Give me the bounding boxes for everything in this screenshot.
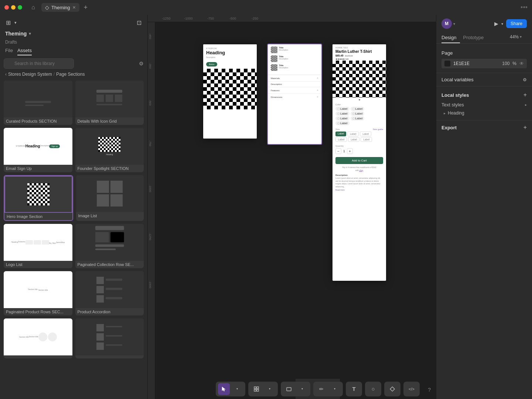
tab-design[interactable]: Design: [441, 33, 460, 43]
asset-card-logo[interactable]: Heading Features Nq. Men SenioWise Logo …: [4, 224, 72, 268]
canvas-area[interactable]: -1250 -1000 -750 -500 -250 -450 -350 -50…: [148, 15, 436, 399]
breadcrumb-item-stores[interactable]: Stores Design System: [8, 72, 52, 77]
color-item[interactable]: Label: [335, 107, 349, 111]
size-item[interactable]: Label: [348, 137, 359, 142]
item-desc-3: Description: [279, 66, 318, 69]
new-tab-button[interactable]: +: [84, 4, 88, 11]
help-button[interactable]: ?: [428, 386, 431, 393]
frame-arrow-icon[interactable]: ▾: [264, 383, 276, 395]
filter-icon[interactable]: ⚙: [139, 61, 144, 66]
active-tab[interactable]: ◇ Theming ✕: [41, 3, 79, 12]
size-item-selected[interactable]: Label: [335, 132, 346, 136]
svg-rect-8: [96, 104, 122, 105]
size-item[interactable]: Label: [360, 132, 371, 136]
heading-arrow-icon: ▸: [444, 111, 446, 115]
read-more-link[interactable]: Read more: [335, 189, 383, 191]
qty-decrease-button[interactable]: −: [335, 148, 341, 154]
add-export-button[interactable]: +: [524, 124, 527, 131]
ellipse-tool-button[interactable]: ○: [367, 383, 379, 395]
ruler-vertical: -450 -350 -500 -750 -1000 -1250 -1500: [148, 22, 155, 399]
text-styles-expand-icon[interactable]: ▸: [525, 103, 527, 107]
more-options-icon[interactable]: •••: [521, 4, 528, 11]
qty-increase-button[interactable]: +: [347, 148, 353, 154]
color-item[interactable]: Label: [335, 116, 349, 120]
visibility-toggle-icon[interactable]: 👁: [519, 61, 524, 66]
preview-play-button[interactable]: ▶: [494, 21, 498, 27]
asset-card-extra1[interactable]: Section title Section title: [4, 318, 72, 358]
text-tool-button[interactable]: T: [348, 383, 360, 395]
layers-icon[interactable]: ⊞: [5, 18, 11, 27]
minimize-button[interactable]: [11, 5, 16, 10]
asset-card-curated[interactable]: Curated Products SECTION: [4, 81, 72, 125]
svg-rect-5: [96, 95, 104, 102]
tool-group-components: [384, 382, 400, 396]
close-button[interactable]: [4, 5, 9, 10]
traffic-lights: [4, 5, 22, 10]
share-button[interactable]: Share: [506, 19, 527, 28]
heading-style-item[interactable]: ▸ Heading: [436, 109, 532, 117]
color-item[interactable]: Label: [351, 112, 365, 116]
rectangle-tool-button[interactable]: [283, 383, 295, 395]
svg-rect-3: [25, 105, 44, 106]
pen-tool-button[interactable]: ✏: [316, 383, 327, 395]
breadcrumb-item-sections[interactable]: Page Sections: [56, 72, 85, 77]
asset-card-extra2[interactable]: [75, 318, 144, 358]
color-dot: [337, 122, 340, 125]
tab-prototype[interactable]: Prototype: [463, 33, 487, 43]
local-variables-icon[interactable]: ⚙: [523, 77, 527, 82]
svg-rect-28: [106, 335, 122, 337]
avatar-dropdown-icon[interactable]: ▾: [453, 22, 455, 26]
svg-rect-22: [106, 288, 122, 290]
project-title-arrow[interactable]: ▾: [29, 31, 31, 36]
asset-card-founder[interactable]: Heading Founder Spotlight SECTION: [75, 128, 144, 172]
asset-card-image-list[interactable]: Image List: [76, 175, 144, 221]
toggle-panel-icon[interactable]: ⊡: [136, 18, 142, 27]
user-avatar[interactable]: M: [441, 18, 452, 29]
size-item[interactable]: Label: [335, 137, 347, 142]
home-button[interactable]: ⌂: [28, 2, 38, 13]
artboard-product[interactable]: Homme Tees Martin Luther T-Shirt $85.45 …: [332, 44, 386, 281]
panel-icon-arrow[interactable]: ▾: [14, 20, 17, 26]
shopify-link[interactable]: shop: [359, 169, 363, 171]
select-arrow-icon[interactable]: ▾: [231, 383, 243, 395]
asset-card-email[interactable]: EYEBROW Heading Description Sign up Emai…: [4, 128, 72, 172]
asset-card-details[interactable]: Details With Icon Grid: [75, 81, 144, 125]
hero-cta-button[interactable]: Button: [206, 62, 217, 66]
asset-card-accordion[interactable]: Product Accordion: [75, 271, 144, 316]
asset-card-paginated-prod[interactable]: Section title Section title Paginated Pr…: [4, 271, 72, 316]
shape-arrow-icon[interactable]: ▾: [296, 383, 308, 395]
zoom-dropdown-icon[interactable]: ▾: [520, 35, 522, 39]
tab-assets[interactable]: Assets: [17, 48, 32, 55]
asset-card-paginated-row[interactable]: Paginated Collection Row SE...: [75, 224, 144, 268]
tab-file[interactable]: File: [5, 48, 13, 55]
text-styles-row[interactable]: Text styles ▸: [436, 100, 532, 109]
size-item[interactable]: Label: [361, 137, 372, 142]
color-dot: [337, 113, 340, 115]
size-guide-link[interactable]: Size guide: [373, 128, 383, 130]
tab-close-icon[interactable]: ✕: [72, 5, 76, 10]
asset-card-hero[interactable]: Hero Image Section: [4, 175, 73, 221]
add-to-cart-button[interactable]: Add to Cart: [335, 157, 383, 164]
preview-arrow-icon[interactable]: ▾: [501, 22, 503, 26]
color-item[interactable]: Label: [335, 121, 349, 125]
artboard-hero[interactable]: EYEBROW Heading Description Button: [203, 44, 257, 139]
breadcrumb-back-icon[interactable]: ‹: [5, 72, 7, 77]
add-style-button[interactable]: +: [524, 92, 527, 98]
color-item[interactable]: Label: [351, 107, 365, 111]
divider-1: [436, 73, 532, 73]
components-tool-button[interactable]: [386, 383, 398, 395]
project-subtitle: Drafts: [0, 40, 147, 48]
code-tool-button[interactable]: </>: [406, 383, 417, 395]
frame-tool-button[interactable]: [250, 383, 262, 395]
select-tool-button[interactable]: [218, 383, 230, 395]
maximize-button[interactable]: [18, 5, 22, 10]
page-color-row[interactable]: 1E1E1E 100 % 👁: [441, 59, 527, 68]
asset-label-accordion: Product Accordion: [75, 308, 144, 316]
color-item[interactable]: Label: [335, 112, 349, 116]
pen-arrow-icon[interactable]: ▾: [329, 383, 341, 395]
color-item[interactable]: Label: [351, 116, 365, 120]
search-input[interactable]: [4, 58, 74, 69]
product-color-section: Color Label Label: [332, 102, 386, 127]
artboard-selected[interactable]: Title Description Title Description: [268, 44, 321, 144]
size-item[interactable]: Label: [347, 132, 359, 136]
